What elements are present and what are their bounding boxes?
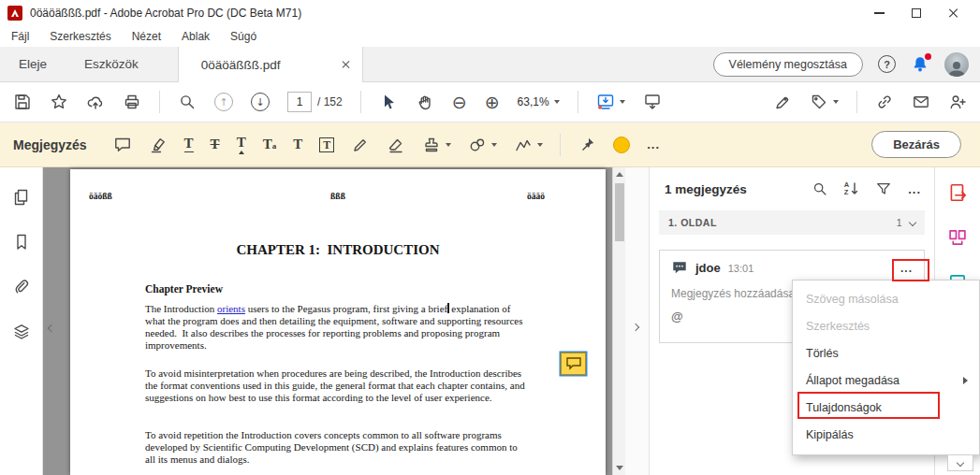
arrow-up-circle-icon: ↑ bbox=[214, 93, 233, 111]
polyline-icon bbox=[514, 136, 533, 154]
underline-text-tool-button[interactable]: T bbox=[184, 137, 194, 152]
document-scrollbar[interactable] bbox=[612, 167, 625, 475]
hand-tool-button[interactable] bbox=[416, 93, 434, 111]
attachments-button[interactable] bbox=[12, 278, 31, 296]
toolbar-separator bbox=[360, 91, 361, 113]
scroll-down-button[interactable] bbox=[613, 461, 626, 475]
document-canvas[interactable]: öäößß ßßß öääö CHAPTER 1: INTRODUCTION C… bbox=[43, 167, 612, 475]
favorites-button[interactable] bbox=[50, 93, 68, 111]
menu-edit[interactable]: Szerkesztés bbox=[50, 30, 110, 43]
add-text-comment-tool-button[interactable]: T bbox=[293, 137, 302, 151]
color-swatch-button[interactable] bbox=[613, 137, 630, 153]
zoom-in-button[interactable]: ⊕ bbox=[485, 94, 500, 111]
highlight-tool-button[interactable] bbox=[149, 136, 168, 154]
help-button[interactable]: ? bbox=[878, 55, 896, 73]
comment-toolbar-more-button[interactable]: ... bbox=[647, 137, 660, 151]
insert-text-tool-button[interactable]: T bbox=[237, 136, 246, 154]
zoom-out-button[interactable]: ⊖ bbox=[452, 94, 467, 111]
tab-document[interactable]: 0öäöäßßß.pdf bbox=[178, 47, 363, 82]
page-display-button[interactable] bbox=[596, 93, 625, 111]
sticky-note-annotation[interactable] bbox=[561, 353, 586, 375]
tab-tools[interactable]: Eszközök bbox=[66, 47, 157, 82]
toolbar-separator bbox=[856, 91, 857, 113]
filter-comments-button[interactable] bbox=[875, 180, 892, 197]
keep-tool-selected-button[interactable] bbox=[578, 136, 596, 154]
draw-tool-button[interactable] bbox=[351, 136, 370, 154]
menu-window[interactable]: Ablak bbox=[182, 30, 210, 43]
scroll-up-button[interactable] bbox=[613, 167, 626, 181]
sticky-note-tool-button[interactable] bbox=[113, 136, 132, 154]
avatar[interactable] bbox=[944, 52, 969, 77]
bookmarks-button[interactable] bbox=[12, 233, 31, 252]
tabbar-right-cluster: Vélemény megosztása ? bbox=[713, 52, 980, 77]
maximize-button[interactable] bbox=[898, 1, 935, 25]
export-pdf-button[interactable] bbox=[947, 182, 968, 203]
shapes-ellipse-tool-button[interactable] bbox=[468, 136, 497, 154]
erase-tool-button[interactable] bbox=[387, 136, 405, 154]
share-feedback-button[interactable]: Vélemény megosztása bbox=[713, 52, 863, 77]
menu-help[interactable]: Súgó bbox=[230, 30, 256, 43]
close-icon bbox=[948, 7, 959, 19]
section-heading: Chapter Preview bbox=[145, 283, 223, 295]
collapse-left-panel-button[interactable] bbox=[49, 321, 54, 334]
add-user-button[interactable] bbox=[948, 93, 967, 111]
dropdown-caret-icon bbox=[554, 100, 560, 104]
menu-view[interactable]: Nézet bbox=[132, 30, 161, 43]
scrollbar-thumb[interactable] bbox=[615, 183, 624, 241]
zoom-level-select[interactable]: 63,1% bbox=[518, 95, 560, 108]
layers-button[interactable] bbox=[12, 323, 31, 341]
search-comments-button[interactable] bbox=[812, 180, 828, 197]
minimize-button[interactable] bbox=[860, 1, 898, 25]
rail-scroll-down-button[interactable] bbox=[947, 454, 973, 471]
menu-item-set-status[interactable]: Állapot megadása bbox=[793, 367, 979, 395]
main-toolbar: ↑ ↓ 1 / 152 ⊖ ⊕ 63,1% bbox=[0, 82, 980, 122]
paperclip-icon bbox=[12, 278, 31, 296]
menu-item-edit: Szerkesztés bbox=[793, 313, 979, 340]
notifications-button[interactable] bbox=[911, 55, 929, 74]
select-tool-button[interactable] bbox=[379, 93, 398, 111]
sort-arrow-icon bbox=[850, 181, 859, 196]
connected-lines-tool-button[interactable] bbox=[514, 136, 543, 154]
page-thumbnails-button[interactable] bbox=[12, 188, 31, 207]
dropdown-caret-icon bbox=[537, 143, 543, 147]
ellipsis-icon: ... bbox=[647, 137, 660, 151]
tag-tool-button[interactable] bbox=[810, 93, 839, 111]
page-number-input[interactable]: 1 bbox=[287, 92, 312, 112]
organize-pages-button[interactable] bbox=[947, 227, 968, 248]
tab-close-icon[interactable] bbox=[342, 60, 351, 69]
fill-sign-button[interactable] bbox=[773, 93, 792, 111]
sort-az-icon: AZ bbox=[844, 181, 849, 197]
page-section-bar[interactable]: 1. OLDAL 1 bbox=[659, 210, 925, 235]
save-button[interactable] bbox=[13, 93, 32, 111]
fountain-pen-icon bbox=[773, 93, 792, 111]
share-file-button[interactable] bbox=[86, 93, 105, 111]
text-comment-icon: T bbox=[293, 137, 302, 151]
tab-home[interactable]: Eleje bbox=[0, 47, 66, 82]
yellow-color-swatch-icon bbox=[613, 137, 630, 153]
search-button[interactable] bbox=[178, 93, 197, 111]
text-box-tool-button[interactable]: T bbox=[319, 137, 334, 152]
sort-comments-button[interactable]: AZ bbox=[844, 181, 859, 197]
replace-text-tool-button[interactable]: Ta bbox=[263, 137, 277, 152]
paragraph-1: The Introduction orients users to the Pe… bbox=[145, 303, 527, 352]
close-button[interactable] bbox=[935, 1, 973, 25]
presentation-mode-button[interactable] bbox=[643, 93, 662, 111]
menu-file[interactable]: Fájl bbox=[11, 30, 29, 43]
chapter-title: CHAPTER 1: INTRODUCTION bbox=[70, 242, 606, 258]
stamp-tool-button[interactable] bbox=[422, 136, 451, 154]
link-tool-button[interactable] bbox=[875, 93, 894, 111]
menu-item-checkmark[interactable]: Kipipálás bbox=[793, 422, 979, 449]
menu-item-label: Szerkesztés bbox=[806, 320, 870, 333]
pushpin-icon bbox=[578, 136, 596, 154]
comments-panel-more-button[interactable]: ... bbox=[908, 182, 921, 196]
email-button[interactable] bbox=[912, 93, 930, 111]
orients-link[interactable]: orients bbox=[217, 303, 245, 314]
submenu-arrow-icon bbox=[963, 377, 968, 384]
previous-page-button[interactable]: ↑ bbox=[214, 93, 233, 111]
next-page-button[interactable]: ↓ bbox=[251, 93, 270, 111]
print-button[interactable] bbox=[123, 93, 141, 111]
collapse-right-panel-button[interactable] bbox=[632, 324, 639, 331]
close-comment-mode-button[interactable]: Bezárás bbox=[871, 131, 961, 158]
strikethrough-text-tool-button[interactable]: T bbox=[211, 137, 220, 151]
menu-item-delete[interactable]: Törlés bbox=[793, 340, 979, 367]
